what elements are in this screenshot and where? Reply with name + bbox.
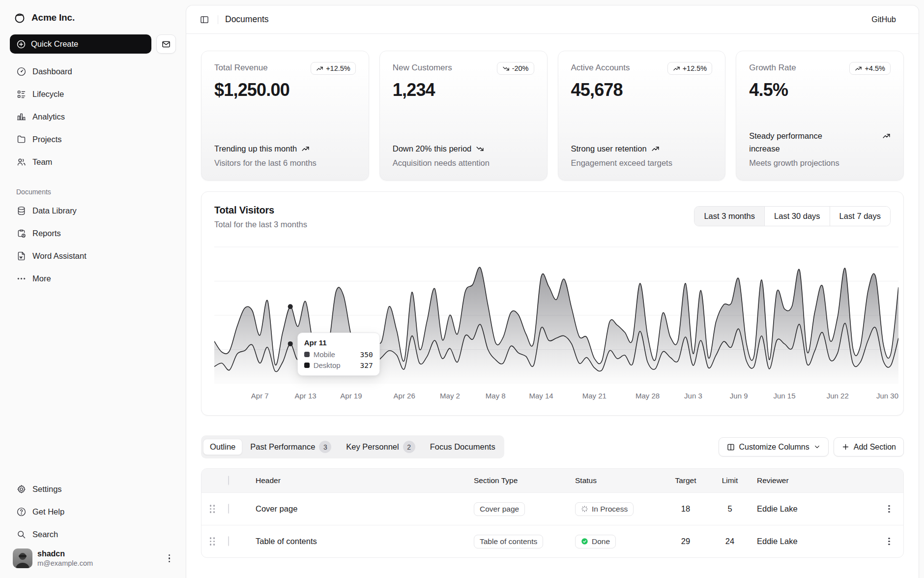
svg-text:Jun 30: Jun 30 [876,392,898,400]
add-section-button[interactable]: Add Section [834,437,904,456]
stat-card-growth-rate: Growth Rate +4.5% 4.5% Steady performanc… [736,51,904,181]
sidebar: Acme Inc. Quick Create [0,0,186,578]
trending-up-icon [855,65,862,72]
tab-count-badge: 2 [403,441,415,453]
sidebar-item-settings[interactable]: Settings [10,479,176,499]
tab-past-performance[interactable]: Past Performance 3 [243,437,338,456]
range-option-30-days[interactable]: Last 30 days [764,207,830,226]
status-badge: Done [575,535,616,548]
drag-handle-icon[interactable] [206,537,218,546]
table-row: Cover page Cover page In Process 18 5 Ed… [202,492,903,525]
stat-value: $1,250.00 [214,80,356,100]
range-toggle-group: Last 3 months Last 30 days Last 7 days [694,206,891,226]
svg-text:Apr 26: Apr 26 [394,392,415,400]
stat-footer-desc: Meets growth projections [749,156,891,169]
row-menu-dots-icon[interactable] [880,502,898,516]
sidebar-item-lifecycle[interactable]: Lifecycle [10,84,176,104]
sidebar-item-more[interactable]: More [10,269,176,289]
column-header: Reviewer [752,476,875,485]
svg-text:Jun 3: Jun 3 [684,392,702,400]
svg-text:May 14: May 14 [529,392,553,400]
column-header: Header [249,476,469,485]
row-checkbox[interactable] [228,504,229,514]
quick-create-button[interactable]: Quick Create [10,34,151,54]
sidebar-item-label: Analytics [32,112,65,122]
sidebar-item-label: Dashboard [32,67,72,76]
tooltip-series-value: 327 [360,362,373,369]
stat-value: 4.5% [749,80,891,100]
users-icon [16,157,27,167]
limit-value[interactable]: 5 [708,504,752,514]
user-name: shadcn [37,549,161,559]
select-all-checkbox[interactable] [228,476,229,485]
section-type-badge: Cover page [474,502,525,516]
avatar [13,548,32,568]
range-option-7-days[interactable]: Last 7 days [830,207,890,226]
folder-icon [16,134,27,145]
row-menu-dots-icon[interactable] [880,535,898,548]
quick-create-label: Quick Create [31,39,78,49]
tooltip-series-value: 350 [360,351,373,359]
svg-text:Apr 7: Apr 7 [251,392,269,400]
sidebar-item-reports[interactable]: Reports [10,223,176,243]
limit-value[interactable]: 24 [708,537,752,546]
check-circle-icon [581,538,588,545]
stat-label: New Customers [393,62,452,73]
customize-columns-button[interactable]: Customize Columns [719,437,829,456]
sidebar-item-get-help[interactable]: Get Help [10,502,176,522]
sidebar-item-analytics[interactable]: Analytics [10,107,176,127]
target-value[interactable]: 29 [664,537,708,546]
drag-handle-icon[interactable] [206,505,218,513]
stat-footer-desc: Acquisition needs attention [393,156,534,169]
reviewer-value[interactable]: Eddie Lake [752,504,875,514]
row-checkbox[interactable] [228,536,229,546]
github-link[interactable]: GitHub [871,15,896,24]
gauge-dashboard-icon [16,66,27,77]
sidebar-item-search[interactable]: Search [10,524,176,545]
stat-footer-title: Strong user retention [571,142,647,155]
sidebar-nav-secondary: Settings Get Help Search [10,479,176,545]
tab-outline[interactable]: Outline [203,439,242,455]
stat-label: Total Revenue [214,62,268,73]
tab-focus-documents[interactable]: Focus Documents [423,439,502,455]
status-badge: In Process [575,502,634,516]
stat-footer-desc: Engagement exceed targets [571,156,713,169]
column-header: Section Type [469,476,570,485]
trending-up-icon [301,145,310,153]
loader-icon [581,505,588,513]
range-option-3-months[interactable]: Last 3 months [694,207,764,226]
main-panel: Documents GitHub Total Revenue +12.5% $1… [186,5,919,578]
tooltip-series-label: Desktop [314,361,341,369]
area-chart[interactable]: Apr 7Apr 13Apr 19Apr 26May 2May 8May 14M… [214,242,891,404]
svg-text:May 8: May 8 [486,392,506,400]
stat-card-total-revenue: Total Revenue +12.5% $1,250.00 Trending … [201,51,369,181]
tab-key-personnel[interactable]: Key Personnel 2 [339,437,422,456]
row-header-link[interactable]: Table of contents [249,537,469,546]
user-menu-dots-icon[interactable] [166,551,173,566]
sidebar-item-projects[interactable]: Projects [10,129,176,150]
svg-text:Jun 15: Jun 15 [773,392,795,400]
plus-icon [841,443,850,451]
chart-tooltip: Apr 11 Mobile 350 Desktop 327 [297,333,380,376]
svg-text:Apr 13: Apr 13 [294,392,316,400]
target-value[interactable]: 18 [664,504,708,514]
user-menu[interactable]: shadcn m@example.com [10,545,176,568]
stat-card-active-accounts: Active Accounts +12.5% 45,678 Strong use… [558,51,726,181]
circle-plus-icon [16,39,26,49]
brand-name: Acme Inc. [31,12,75,23]
mobile-swatch-icon [304,352,310,357]
sidebar-item-data-library[interactable]: Data Library [10,201,176,221]
brand[interactable]: Acme Inc. [10,9,176,27]
inbox-mail-button[interactable] [156,34,176,54]
sidebar-toggle-button[interactable] [196,11,213,28]
sidebar-item-word-assistant[interactable]: Word Assistant [10,246,176,266]
sidebar-nav-main: Dashboard Lifecycle Analytics [10,61,176,172]
row-header-link[interactable]: Cover page [249,504,469,514]
brand-logo-icon [14,12,26,24]
list-details-icon [16,89,27,99]
reviewer-value[interactable]: Eddie Lake [752,537,875,546]
divider [218,15,218,24]
sidebar-item-team[interactable]: Team [10,152,176,172]
sidebar-item-dashboard[interactable]: Dashboard [10,61,176,82]
section-type-badge: Table of contents [474,535,543,548]
